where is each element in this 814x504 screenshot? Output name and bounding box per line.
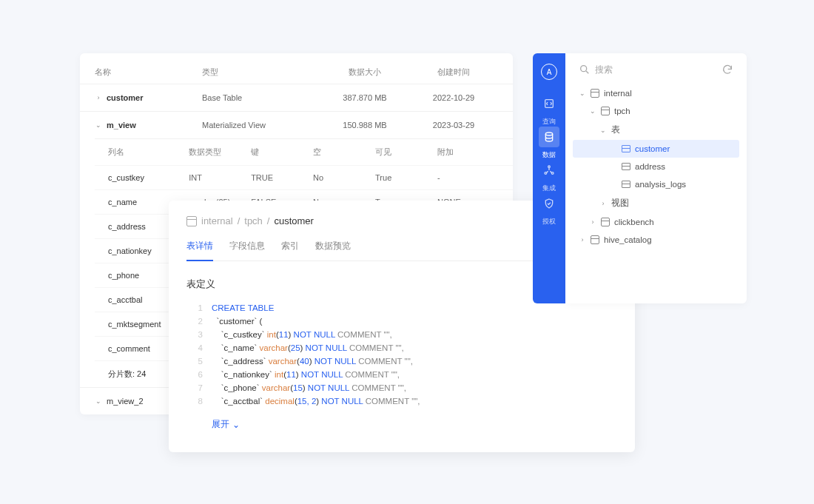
database-icon <box>186 216 197 226</box>
svg-point-2 <box>548 166 551 168</box>
search-placeholder: 搜索 <box>595 64 613 75</box>
nav-label: 数据 <box>542 150 556 160</box>
code-line: 8 `c_acctbal` decimal(15, 2) NOT NULL CO… <box>186 394 617 408</box>
tree-label: hive_catalog <box>604 235 652 244</box>
search-input[interactable]: 搜索 <box>579 64 613 75</box>
avatar[interactable]: A <box>541 64 557 80</box>
col-header-created: 创建时间 <box>413 67 494 78</box>
database-icon <box>601 218 610 226</box>
code-line: 5 `c_address` varchar(40) NOT NULL COMME… <box>186 355 617 368</box>
side-nav: A 查询数据集成授权 <box>533 53 565 303</box>
tree-node[interactable]: ⌄表 <box>573 120 739 140</box>
chevron-down-icon: ⌄ <box>232 420 240 430</box>
code-line: 7 `c_phone` varchar(15) NOT NULL COMMENT… <box>186 381 617 394</box>
nav-item-query[interactable]: 查询 <box>539 93 559 127</box>
chevron-icon: ⌄ <box>599 127 607 134</box>
expand-button[interactable]: 展开 ⌄ <box>212 418 617 431</box>
tab-index[interactable]: 索引 <box>281 240 299 261</box>
tree-node[interactable]: ›hive_catalog <box>573 231 739 249</box>
chevron-icon: ⌄ <box>579 90 586 97</box>
table-created: 2022-10-29 <box>413 93 494 102</box>
search-row: 搜索 <box>573 64 739 84</box>
col-header-size: 数据大小 <box>317 67 413 78</box>
integration-icon <box>539 160 559 181</box>
table-row[interactable]: ›customer Base Table 387.870 MB 2022-10-… <box>80 84 513 111</box>
table-icon <box>622 145 630 152</box>
column-row: c_custkeyINTTRUENoTrue- <box>95 165 513 189</box>
chevron-down-icon[interactable]: ⌄ <box>95 397 102 405</box>
table-row[interactable]: ⌄m_view Materialized View 150.988 MB 202… <box>80 111 513 138</box>
chevron-icon: ⌄ <box>589 107 596 115</box>
ddl-code: 1CREATE TABLE2 `customer` (3 `c_custkey`… <box>186 301 617 408</box>
catalog-tree: ⌄internal⌄tpch⌄表customeraddressanalysis_… <box>573 84 739 249</box>
nav-label: 集成 <box>542 184 556 193</box>
tree-node[interactable]: ⌄tpch <box>573 102 739 120</box>
code-line: 2 `customer` ( <box>186 315 617 328</box>
table-size: 150.988 MB <box>317 121 413 130</box>
chevron-icon: › <box>589 218 596 226</box>
tree-node[interactable]: analysis_logs <box>573 175 739 193</box>
query-icon <box>539 93 559 114</box>
svg-point-4 <box>551 172 554 175</box>
tree-node[interactable]: ›clickbench <box>573 213 739 231</box>
code-line: 3 `c_custkey` int(11) NOT NULL COMMENT "… <box>186 328 617 341</box>
chevron-icon: › <box>599 200 607 207</box>
col-header-name: 名称 <box>95 67 202 78</box>
tree-label: analysis_logs <box>635 180 686 189</box>
data-icon <box>539 127 559 147</box>
catalog-tree-panel: 搜索 ⌄internal⌄tpch⌄表customeraddressanalys… <box>565 53 747 303</box>
tree-node[interactable]: customer <box>573 140 739 158</box>
tree-node[interactable]: ›视图 <box>573 193 739 213</box>
breadcrumb-current: customer <box>274 215 313 226</box>
table-name: m_view_2 <box>107 397 144 406</box>
tree-label: address <box>635 162 665 171</box>
chevron-icon: › <box>579 236 586 243</box>
table-type: Base Table <box>202 93 317 102</box>
tab-preview[interactable]: 数据预览 <box>315 240 351 261</box>
tree-label: customer <box>635 144 670 153</box>
tree-label: clickbench <box>614 218 654 226</box>
search-icon <box>579 64 591 75</box>
tree-node[interactable]: address <box>573 158 739 175</box>
nav-item-data[interactable]: 数据 <box>539 127 559 160</box>
table-name: m_view <box>107 121 136 130</box>
chevron-down-icon[interactable]: ⌄ <box>95 121 102 129</box>
breadcrumb-item[interactable]: tpch <box>244 215 263 226</box>
tab-fields[interactable]: 字段信息 <box>229 240 265 261</box>
auth-icon <box>539 193 559 214</box>
tree-label: 视图 <box>611 198 629 209</box>
code-line: 4 `c_name` varchar(25) NOT NULL COMMENT … <box>186 341 617 355</box>
nav-item-integration[interactable]: 集成 <box>539 160 559 193</box>
table-icon <box>622 163 630 170</box>
tree-node[interactable]: ⌄internal <box>573 84 739 102</box>
table-icon <box>622 181 630 188</box>
database-icon <box>591 89 599 98</box>
tree-label: internal <box>604 89 632 98</box>
tree-label: tpch <box>614 107 630 115</box>
nav-label: 授权 <box>542 217 556 226</box>
columns-header: 列名 数据类型 键 空 可见 附加 <box>95 138 513 165</box>
breadcrumb-item[interactable]: internal <box>201 215 233 226</box>
table-created: 2023-03-29 <box>413 121 494 130</box>
database-icon <box>601 107 610 115</box>
col-header-type: 类型 <box>202 67 317 78</box>
tab-detail[interactable]: 表详情 <box>186 240 213 261</box>
chevron-right-icon[interactable]: › <box>95 94 102 101</box>
svg-line-6 <box>586 71 588 73</box>
table-size: 387.870 MB <box>317 93 413 102</box>
nav-item-auth[interactable]: 授权 <box>539 193 559 226</box>
table-name: customer <box>107 93 144 102</box>
database-icon <box>591 235 599 244</box>
svg-point-1 <box>545 132 552 135</box>
code-line: 6 `c_nationkey` int(11) NOT NULL COMMENT… <box>186 368 617 381</box>
tree-label: 表 <box>611 124 620 135</box>
svg-point-3 <box>545 172 547 175</box>
refresh-icon[interactable] <box>722 64 733 75</box>
nav-label: 查询 <box>542 117 556 127</box>
table-list-header: 名称 类型 数据大小 创建时间 <box>80 53 513 84</box>
svg-point-5 <box>581 66 587 72</box>
table-type: Materialized View <box>202 121 317 130</box>
